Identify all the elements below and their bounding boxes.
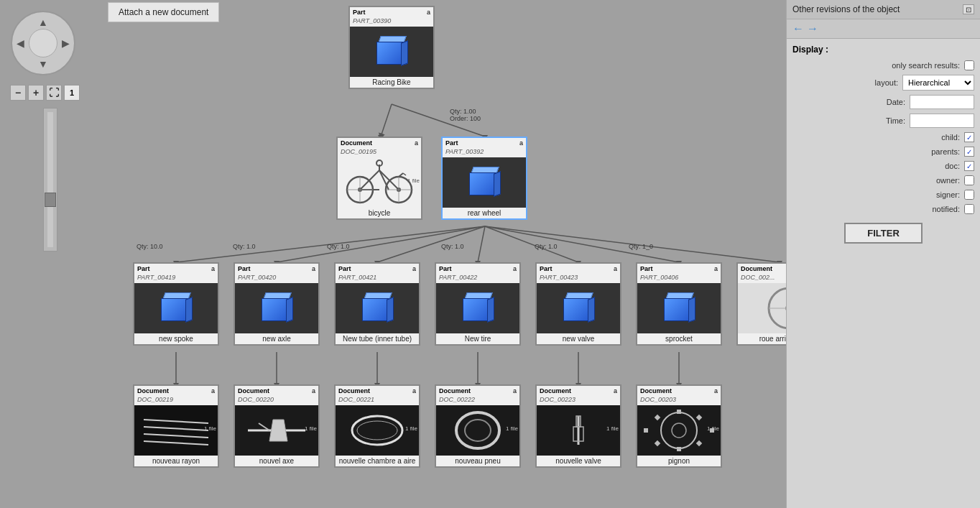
edge-label-qty-tire: Qty: 1.0 <box>441 243 464 250</box>
svg-line-41 <box>403 173 406 175</box>
only-search-label: only search results: <box>892 61 960 70</box>
node-header: Parta PART_00420 <box>235 264 318 283</box>
time-label: Time: <box>855 116 905 125</box>
node-nouvel-axe[interactable]: Documenta DOC_00220 1 file nouvel axe <box>234 384 320 468</box>
panel-title: Other revisions of the object <box>792 4 900 14</box>
edge-label-qty-axle: Qty: 1.0 <box>233 243 256 250</box>
date-row: Date: <box>792 95 974 109</box>
child-row: child: ✓ <box>792 132 974 142</box>
svg-line-35 <box>379 170 399 190</box>
graph-canvas: Qty: 1.00Order: 100 Qty: 10.0 Qty: 1.0 Q… <box>0 0 787 508</box>
node-header: Documenta DOC_00222 <box>436 386 519 405</box>
time-input[interactable] <box>910 114 974 128</box>
node-header: Documenta DOC_00203 <box>637 386 721 405</box>
svg-point-66 <box>465 420 491 441</box>
layout-label: layout: <box>848 78 898 87</box>
date-label: Date: <box>855 98 905 106</box>
filter-button[interactable]: FILTER <box>844 223 923 244</box>
node-name: bicycle <box>338 208 421 218</box>
svg-line-59 <box>144 441 208 445</box>
date-input[interactable] <box>910 95 974 109</box>
right-panel: Other revisions of the object ⊡ ← → Disp… <box>786 0 980 508</box>
node-new-tire[interactable]: Parta PART_00422 New tire <box>435 262 521 346</box>
node-image <box>350 27 433 77</box>
edge-label-qty-tube: Qty: 1.0 <box>327 243 350 250</box>
svg-rect-74 <box>644 428 648 433</box>
signer-checkbox[interactable] <box>964 190 974 200</box>
node-name: rear wheel <box>443 208 526 218</box>
parents-row: parents: ✓ <box>792 147 974 157</box>
node-header: Parta PART_00419 <box>134 264 218 283</box>
panel-title-bar: Other revisions of the object ⊡ <box>787 0 980 19</box>
svg-line-58 <box>144 434 208 438</box>
node-image-roue <box>738 283 787 333</box>
svg-line-4 <box>377 226 485 262</box>
file-count: 1 file <box>407 177 420 184</box>
signer-row: signer: <box>792 190 974 200</box>
node-rev: a <box>427 9 430 17</box>
node-name: nouvelle valve <box>537 456 620 466</box>
node-new-valve[interactable]: Parta PART_00423 new valve <box>535 262 621 346</box>
node-new-axle[interactable]: Parta PART_00420 new axle <box>234 262 320 346</box>
panel-minimize-button[interactable]: ⊡ <box>963 4 974 14</box>
node-nouvelle-chambre[interactable]: Documenta DOC_00221 1 file nouvelle cham… <box>334 384 420 468</box>
svg-marker-62 <box>269 420 287 441</box>
node-image <box>436 283 519 333</box>
node-header: Parta PART_00423 <box>537 264 620 283</box>
node-image <box>443 157 526 208</box>
node-new-tube[interactable]: Parta PART_00421 New tube (inner tube) <box>334 262 420 346</box>
layout-select[interactable]: Hierarchical <box>902 75 974 91</box>
node-nouveau-pneu[interactable]: Documenta DOC_00222 1 file nouveau pneu <box>435 384 521 468</box>
node-image-tube: 1 file <box>336 405 419 456</box>
owner-label: owner: <box>910 176 960 185</box>
node-nouvelle-valve[interactable]: Documenta DOC_00223 1 file nouvelle valv… <box>535 384 621 468</box>
node-name: nouveau pneu <box>436 456 519 466</box>
svg-rect-79 <box>696 440 702 446</box>
node-new-spoke[interactable]: Parta PART_00419 new spoke <box>133 262 219 346</box>
node-type: Part <box>353 9 366 16</box>
node-name: sprocket <box>637 333 721 344</box>
owner-checkbox[interactable] <box>964 175 974 185</box>
node-name: roue arriere <box>738 333 787 344</box>
child-checkbox[interactable]: ✓ <box>964 132 974 142</box>
display-section: Display : only search results: layout: H… <box>787 39 980 258</box>
only-search-checkbox[interactable] <box>964 60 974 70</box>
node-racing-bike[interactable]: Part a PART_00390 Racing Bike <box>348 6 435 89</box>
node-image <box>336 283 419 333</box>
notified-label: notified: <box>910 205 960 213</box>
node-image <box>537 283 620 333</box>
panel-forward-button[interactable]: → <box>807 22 818 35</box>
node-header: Document DOC_002... <box>738 264 787 283</box>
parents-label: parents: <box>910 147 960 156</box>
node-header: Documenta DOC_00219 <box>134 386 218 405</box>
node-name: New tire <box>436 333 519 344</box>
node-name: new spoke <box>134 333 218 344</box>
node-name: new valve <box>537 333 620 344</box>
doc-checkbox[interactable]: ✓ <box>964 161 974 171</box>
svg-line-36 <box>379 170 389 190</box>
panel-back-button[interactable]: ← <box>792 22 804 35</box>
node-nouveau-rayon[interactable]: Documenta DOC_00219 1 file nouveau rayon <box>133 384 219 468</box>
node-name: nouveau rayon <box>134 456 218 466</box>
node-header: Documenta DOC_00221 <box>336 386 419 405</box>
svg-rect-76 <box>655 415 660 420</box>
node-image-spokes: 1 file <box>134 405 218 456</box>
svg-rect-73 <box>677 447 681 451</box>
node-image-valve: 1 file <box>537 405 620 456</box>
edge-label-qty: Qty: 1.00Order: 100 <box>450 108 481 122</box>
svg-point-64 <box>357 421 397 440</box>
node-doc-bicycle[interactable]: Document a DOC_00195 1 file <box>336 137 422 220</box>
doc-label: doc: <box>910 162 960 170</box>
node-roue-arriere[interactable]: Document DOC_002... roue arriere <box>736 262 787 346</box>
notified-row: notified: <box>792 204 974 214</box>
node-pignon[interactable]: Documenta DOC_00203 1 file pignon <box>636 384 722 468</box>
node-sprocket[interactable]: Parta PART_00406 sprocket <box>636 262 722 346</box>
node-rear-wheel[interactable]: Part a PART_00392 rear wheel <box>441 137 527 220</box>
layout-row: layout: Hierarchical <box>792 75 974 91</box>
svg-line-34 <box>360 170 379 190</box>
node-name: nouvelle chambre a aire <box>336 456 419 466</box>
parents-checkbox[interactable]: ✓ <box>964 147 974 157</box>
node-header: Parta PART_00422 <box>436 264 519 283</box>
doc-row: doc: ✓ <box>792 161 974 171</box>
notified-checkbox[interactable] <box>964 204 974 214</box>
